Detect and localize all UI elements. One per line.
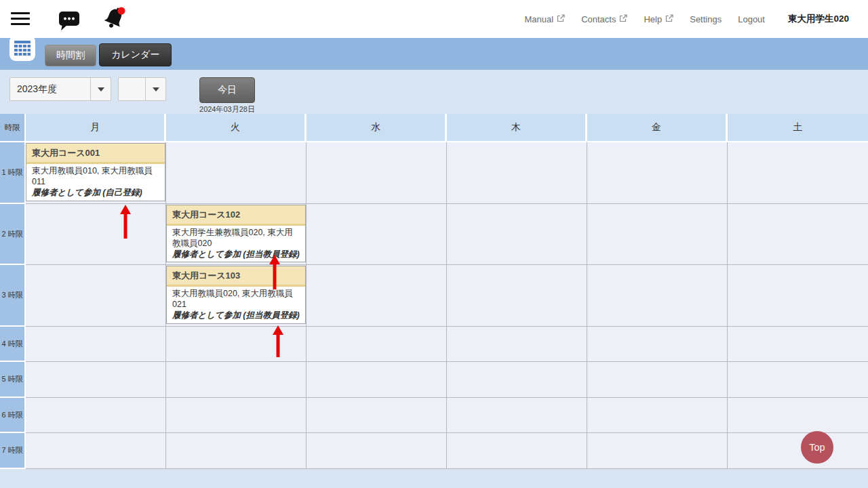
timetable-cell [307,327,447,362]
filter-bar: 2023年度 今日 2024年03月28日 [0,70,868,114]
course-role: 履修者として参加 (担当教員登録) [172,310,300,321]
current-date: 2024年03月28日 [199,104,255,115]
year-select-value: 2023年度 [10,83,90,96]
nav-link-manual[interactable]: Manual [525,14,566,24]
timetable-cell [447,398,587,433]
timetable-cell: 東大用コース001 東大用教職員010, 東大用教職員011 履修者として参加 … [26,142,166,204]
top-nav-links: Manual Contacts Help [525,0,849,38]
timetable-cell [26,433,166,469]
page: Manual Contacts Help [0,0,868,488]
current-user-name: 東大用学生020 [788,13,849,25]
day-header-tue: 火 [166,114,307,142]
course-card[interactable]: 東大用コース102 東大用学生兼教職員020, 東大用教職員020 履修者として… [166,205,306,262]
chevron-down-icon [145,78,165,100]
external-link-icon [557,14,565,24]
timetable-cell [307,398,447,433]
timetable-cell [728,265,868,327]
course-members: 東大用教職員010, 東大用教職員011 [32,166,159,188]
tab-timetable[interactable]: 時間割 [45,45,96,66]
timetable-grid: 時限 月 火 水 木 金 土 1 時限 東大用コース001 東大用教職員010,… [0,114,868,469]
timetable-cell [26,327,166,362]
timetable-cell [728,433,868,469]
course-title[interactable]: 東大用コース103 [167,266,305,287]
timetable-cell [166,398,307,433]
timetable-cell [26,398,166,433]
view-toolbar: 時間割 カレンダー [0,38,868,70]
period-label-6: 6 時限 [0,398,26,433]
timetable-cell [307,265,447,327]
scroll-to-top-button[interactable]: Top [801,431,833,464]
timetable-cell [587,433,728,469]
year-select[interactable]: 2023年度 [9,77,111,101]
period-column-header: 時限 [0,114,26,142]
course-card[interactable]: 東大用コース103 東大用教職員020, 東大用教職員021 履修者として参加 … [166,266,306,324]
timetable-cell [587,265,728,327]
timetable-cell [307,142,447,204]
period-label-3: 3 時限 [0,265,26,327]
timetable-cell [447,362,587,398]
timetable-cell [587,142,728,204]
period-label-4: 4 時限 [0,327,26,362]
timetable-cell [728,327,868,362]
nav-link-logout[interactable]: Logout [738,14,765,24]
course-title[interactable]: 東大用コース001 [26,144,165,164]
timetable-cell [447,265,587,327]
timetable-cell [587,204,728,265]
external-link-icon [619,14,627,24]
timetable-cell [26,204,166,265]
today-button[interactable]: 今日 [199,77,255,103]
chevron-down-icon [90,78,111,100]
timetable-cell [447,327,587,362]
nav-link-help[interactable]: Help [644,14,673,24]
timetable-cell [447,204,587,265]
course-members: 東大用学生兼教職員020, 東大用教職員020 [172,228,300,249]
course-title[interactable]: 東大用コース102 [167,205,305,226]
timetable-cell [166,362,307,398]
course-members: 東大用教職員020, 東大用教職員021 [172,289,300,310]
timetable-cell [587,327,728,362]
view-tabs: 時間割 カレンダー [45,43,172,66]
course-details: 東大用教職員010, 東大用教職員011 履修者として参加 (自己登録) [26,164,165,200]
timetable-cell [166,433,307,469]
day-header-wed: 水 [307,114,447,142]
hamburger-menu-icon[interactable] [11,12,30,26]
nav-link-contacts[interactable]: Contacts [581,14,627,24]
course-role: 履修者として参加 (担当教員登録) [172,249,300,260]
course-details: 東大用学生兼教職員020, 東大用教職員020 履修者として参加 (担当教員登録… [167,226,305,262]
timetable-cell [728,204,868,265]
tab-calendar[interactable]: カレンダー [99,43,172,66]
timetable-cell [307,204,447,265]
calendar-app-icon[interactable] [9,35,35,61]
timetable-cell [26,362,166,398]
day-header-fri: 金 [587,114,728,142]
timetable-cell [587,398,728,433]
timetable-cell [447,433,587,469]
chat-icon[interactable] [58,11,80,34]
timetable-cell [728,398,868,433]
timetable-cell [447,142,587,204]
day-header-thu: 木 [447,114,587,142]
timetable-cell [587,362,728,398]
notification-bell-icon[interactable] [99,4,129,37]
timetable-cell [307,433,447,469]
nav-link-settings[interactable]: Settings [690,14,722,24]
term-select[interactable] [118,77,166,101]
day-header-mon: 月 [26,114,166,142]
timetable-cell: 東大用コース103 東大用教職員020, 東大用教職員021 履修者として参加 … [166,265,307,327]
day-header-sat: 土 [728,114,868,142]
top-app-bar: Manual Contacts Help [0,0,868,38]
timetable-cell: 東大用コース102 東大用学生兼教職員020, 東大用教職員020 履修者として… [166,204,307,265]
notification-dot [118,7,125,15]
period-label-7: 7 時限 [0,433,26,469]
course-card[interactable]: 東大用コース001 東大用教職員010, 東大用教職員011 履修者として参加 … [26,143,165,201]
period-label-5: 5 時限 [0,362,26,398]
external-link-icon [665,14,673,24]
timetable-cell [166,327,307,362]
course-role: 履修者として参加 (自己登録) [32,188,159,199]
timetable-cell [166,142,307,204]
course-details: 東大用教職員020, 東大用教職員021 履修者として参加 (担当教員登録) [167,287,305,323]
period-label-1: 1 時限 [0,142,26,204]
timetable-cell [728,362,868,398]
timetable-cell [728,142,868,204]
period-label-2: 2 時限 [0,204,26,265]
